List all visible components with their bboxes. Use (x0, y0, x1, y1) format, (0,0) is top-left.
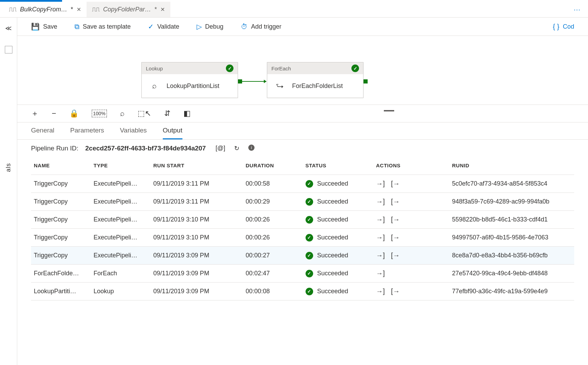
connector-handle[interactable] (363, 79, 368, 83)
success-icon: ✓ (306, 288, 313, 295)
align-icon[interactable]: ◧ (183, 109, 191, 118)
output-icon[interactable]: [→ (391, 234, 400, 241)
zoom-out-icon[interactable]: − (52, 109, 56, 118)
left-rail: ≪ als (0, 18, 17, 365)
rail-item[interactable] (5, 46, 12, 53)
select-icon[interactable]: ⬚↖ (138, 109, 151, 118)
cell-runid: 5c0efc70-af73-4934-a854-5f853c4 (449, 175, 574, 193)
refresh-icon[interactable]: ↻ (234, 145, 239, 152)
more-icon[interactable]: ⋯ (574, 6, 588, 14)
cell-type: ExecutePipeli… (91, 175, 150, 193)
template-icon: ⧉ (74, 23, 79, 31)
validate-button[interactable]: ✓ Validate (148, 22, 179, 31)
cell-name: ForEachFolde… (31, 265, 91, 283)
cell-status: ✓Succeeded (303, 211, 373, 229)
cell-start: 09/11/2019 3:11 PM (151, 193, 243, 211)
trigger-icon: ⏱ (241, 23, 248, 31)
tab-copyfolder[interactable]: ⎍⎍ CopyFolderPar… * ✕ (87, 2, 170, 17)
table-row[interactable]: TriggerCopyExecutePipeli…09/11/2019 3:11… (31, 193, 574, 211)
tab-label: CopyFolderPar… (103, 6, 151, 13)
action-toolbar: 💾 Save ⧉ Save as template ✓ Validate ▷ D… (17, 18, 588, 36)
cell-actions: →][→ (373, 229, 449, 247)
close-icon[interactable]: ✕ (160, 6, 165, 13)
resize-handle[interactable] (384, 110, 394, 111)
cell-status: ✓Succeeded (303, 229, 373, 247)
pipeline-icon: ⎍⎍ (92, 6, 100, 13)
col-actions[interactable]: ACTIONS (373, 157, 449, 175)
add-trigger-button[interactable]: ⏱ Add trigger (241, 23, 281, 31)
expand-panel-icon[interactable]: ≪ (5, 24, 12, 32)
col-name[interactable]: NAME (31, 157, 91, 175)
input-icon[interactable]: →] (376, 287, 385, 295)
cell-actions: →][→ (373, 193, 449, 211)
tab-output[interactable]: Output (163, 127, 182, 139)
zoom-in-icon[interactable]: ＋ (31, 108, 39, 119)
save-button[interactable]: 💾 Save (31, 22, 57, 31)
lock-icon[interactable]: 🔒 (69, 109, 79, 118)
cell-name: TriggerCopy (31, 211, 91, 229)
debug-button[interactable]: ▷ Debug (197, 22, 223, 31)
output-icon[interactable]: [→ (391, 216, 400, 224)
col-runid[interactable]: RUNID (449, 157, 574, 175)
tab-variables[interactable]: Variables (120, 127, 147, 139)
table-row[interactable]: TriggerCopyExecutePipeli…09/11/2019 3:09… (31, 247, 574, 265)
pipeline-canvas[interactable]: Lookup ✓ ⌕ LookupPartitionList ForEach ✓… (17, 36, 588, 105)
canvas-toolbar: ＋ − 🔒 100% ⌕ ⬚↖ ⇵ ◧ (17, 105, 588, 122)
node-type: ForEach (271, 66, 291, 71)
cell-name: TriggerCopy (31, 193, 91, 211)
success-icon: ✓ (226, 65, 233, 72)
info-icon[interactable]: i (248, 145, 255, 151)
cell-actions: →][→ (373, 211, 449, 229)
run-id-row: Pipeline Run ID: 2cecd257-62ff-4633-bf73… (17, 140, 588, 157)
success-icon: ✓ (306, 234, 313, 241)
foreach-node[interactable]: ForEach ✓ ⮑ ForEachFolderList (267, 62, 363, 98)
layout-icon[interactable]: ⇵ (164, 109, 170, 118)
tab-general[interactable]: General (31, 127, 54, 139)
lookup-node[interactable]: Lookup ✓ ⌕ LookupPartitionList (141, 62, 238, 98)
input-icon[interactable]: →] (376, 180, 385, 188)
connector-handle[interactable] (238, 79, 242, 83)
save-template-button[interactable]: ⧉ Save as template (74, 23, 131, 31)
cell-duration: 00:00:29 (243, 193, 302, 211)
col-start[interactable]: RUN START (151, 157, 243, 175)
detail-tabs: General Parameters Variables Output (17, 122, 588, 140)
table-row[interactable]: TriggerCopyExecutePipeli…09/11/2019 3:10… (31, 229, 574, 247)
cell-runid: 5598220b-b8d5-46c1-b333-cdf4d1 (449, 211, 574, 229)
col-type[interactable]: TYPE (91, 157, 150, 175)
cell-type: Lookup (91, 283, 150, 300)
output-icon[interactable]: [→ (391, 180, 400, 188)
tab-parameters[interactable]: Parameters (70, 127, 104, 139)
editor-tabs: ⎍⎍ BulkCopyFrom… * ✕ ⎍⎍ CopyFolderPar… *… (0, 2, 588, 18)
input-icon[interactable]: →] (376, 198, 385, 206)
cell-type: ExecutePipeli… (91, 193, 150, 211)
fit-100-icon[interactable]: 100% (92, 110, 107, 117)
expression-icon[interactable]: [@] (216, 145, 225, 152)
input-icon[interactable]: →] (376, 234, 385, 241)
code-button[interactable]: { } Cod (553, 23, 574, 31)
zoom-fit-icon[interactable]: ⌕ (120, 109, 124, 118)
check-icon: ✓ (148, 22, 154, 31)
lookup-icon: ⌕ (147, 80, 161, 91)
runid-value: 2cecd257-62ff-4633-bf73-f84de934a207 (85, 145, 206, 152)
output-icon[interactable]: [→ (391, 287, 400, 295)
cell-name: TriggerCopy (31, 175, 91, 193)
table-row[interactable]: TriggerCopyExecutePipeli…09/11/2019 3:10… (31, 211, 574, 229)
table-row[interactable]: TriggerCopyExecutePipeli…09/11/2019 3:11… (31, 175, 574, 193)
table-row[interactable]: LookupPartiti…Lookup09/11/2019 3:09 PM00… (31, 283, 574, 300)
cell-start: 09/11/2019 3:10 PM (151, 229, 243, 247)
table-row[interactable]: ForEachFolde…ForEach09/11/2019 3:09 PM00… (31, 265, 574, 283)
col-status[interactable]: STATUS (303, 157, 373, 175)
col-duration[interactable]: DURATION (243, 157, 302, 175)
output-icon[interactable]: [→ (391, 198, 400, 206)
cell-duration: 00:02:47 (243, 265, 302, 283)
cell-status: ✓Succeeded (303, 283, 373, 300)
success-icon: ✓ (306, 216, 313, 224)
tab-bulkcopy[interactable]: ⎍⎍ BulkCopyFrom… * ✕ (3, 2, 87, 17)
input-icon[interactable]: →] (376, 269, 385, 277)
close-icon[interactable]: ✕ (77, 6, 81, 13)
input-icon[interactable]: →] (376, 251, 385, 259)
node-label: LookupPartitionList (167, 82, 219, 90)
output-icon[interactable]: [→ (391, 251, 400, 259)
input-icon[interactable]: →] (376, 216, 385, 224)
runid-label: Pipeline Run ID: (31, 145, 78, 152)
